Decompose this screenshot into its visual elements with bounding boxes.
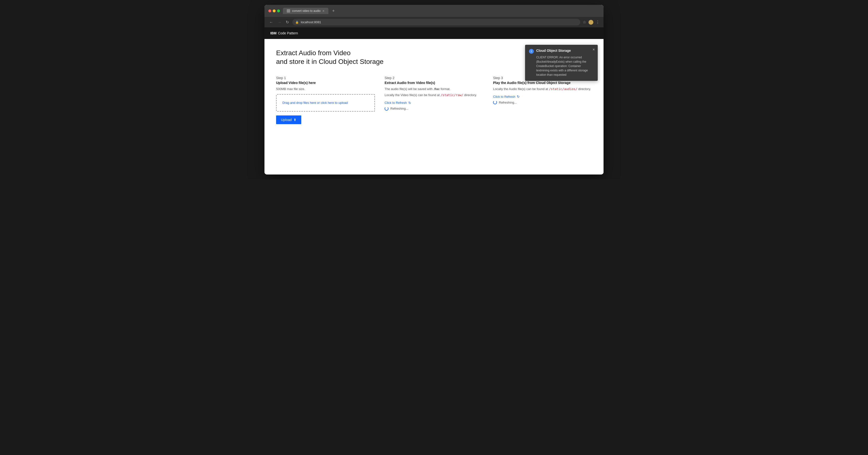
forward-button[interactable]: → bbox=[277, 19, 282, 25]
ibm-logo: IBM bbox=[270, 31, 277, 35]
traffic-lights bbox=[268, 9, 280, 12]
step-2-format-description: The audio file(s) will be saved with .fl… bbox=[384, 87, 484, 92]
step-3: Step 3 Play the Audio file(s) from Cloud… bbox=[493, 76, 592, 124]
step-1-label: Step 1 bbox=[276, 76, 375, 80]
tab-close-button[interactable]: × bbox=[322, 9, 324, 12]
lock-icon: 🔒 bbox=[295, 21, 299, 24]
traffic-light-yellow[interactable] bbox=[273, 9, 276, 12]
url-text: localhost:8081 bbox=[301, 20, 321, 24]
back-button[interactable]: ← bbox=[268, 19, 274, 25]
browser-toolbar: ← → ↻ 🔒 localhost:8081 ☆ ⋮ bbox=[265, 17, 603, 27]
step-3-refresh-label: Click to Refresh bbox=[493, 95, 516, 98]
step-3-title: Play the Audio file(s) from Cloud Object… bbox=[493, 81, 592, 85]
step-2-refresh-icon: ↻ bbox=[408, 101, 411, 105]
step-1: Step 1 Upload Video file(s) here 500MB m… bbox=[276, 76, 375, 124]
upload-button[interactable]: Upload ⬆ bbox=[276, 116, 301, 124]
reload-button[interactable]: ↻ bbox=[285, 19, 290, 25]
browser-window: convert video to audio × + ← → ↻ 🔒 local… bbox=[265, 5, 603, 174]
notification-body: CLIENT ERROR: An error occurred (BucketA… bbox=[529, 55, 588, 77]
app-navbar: IBM Code Pattern bbox=[265, 27, 603, 39]
step-2-label: Step 2 bbox=[384, 76, 484, 80]
upload-button-label: Upload bbox=[281, 118, 291, 122]
step-2-title: Extract Audio from Video file(s) bbox=[384, 81, 484, 85]
new-tab-button[interactable]: + bbox=[332, 8, 335, 13]
step-2-local-description: Locally the Video file(s) can be found a… bbox=[384, 93, 484, 98]
step-3-refresh-button[interactable]: Click to Refresh ↻ bbox=[493, 95, 520, 98]
step-1-title: Upload Video file(s) here bbox=[276, 81, 375, 85]
user-avatar[interactable] bbox=[589, 20, 593, 25]
step-2-refresh-label: Click to Refresh bbox=[384, 101, 407, 104]
dropzone-text: Drag and drop files here or click here t… bbox=[282, 101, 348, 104]
traffic-light-red[interactable] bbox=[268, 9, 271, 12]
step-3-local-description: Locally the Audio file(s) can be found a… bbox=[493, 87, 592, 92]
browser-titlebar: convert video to audio × + bbox=[265, 5, 603, 17]
navbar-brand: IBM Code Pattern bbox=[270, 31, 298, 35]
toolbar-actions: ☆ ⋮ bbox=[583, 20, 600, 25]
step-3-refresh-icon: ↻ bbox=[517, 95, 520, 98]
step-3-spinner bbox=[493, 100, 497, 104]
step-2-spinner bbox=[384, 107, 389, 110]
notification-toast: i Cloud Object Storage CLIENT ERROR: An … bbox=[525, 45, 598, 81]
traffic-light-green[interactable] bbox=[277, 9, 280, 12]
notification-info-icon: i bbox=[529, 49, 534, 54]
notification-close-button[interactable]: × bbox=[593, 48, 595, 52]
step-2-refreshing-status: Refreshing... bbox=[384, 107, 484, 110]
step-3-refreshing-label: Refreshing... bbox=[499, 101, 517, 104]
step-3-refreshing-status: Refreshing... bbox=[493, 100, 592, 104]
browser-tab[interactable]: convert video to audio × bbox=[283, 8, 329, 14]
notification-header: i Cloud Object Storage bbox=[529, 48, 588, 54]
step-2-refresh-button[interactable]: Click to Refresh ↻ bbox=[384, 101, 411, 105]
steps-container: Step 1 Upload Video file(s) here 500MB m… bbox=[276, 76, 592, 124]
bookmark-button[interactable]: ☆ bbox=[583, 20, 586, 25]
step-1-description: 500MB max file size. bbox=[276, 87, 375, 92]
page-content: i Cloud Object Storage CLIENT ERROR: An … bbox=[265, 39, 603, 174]
address-bar[interactable]: 🔒 localhost:8081 bbox=[292, 19, 580, 25]
menu-button[interactable]: ⋮ bbox=[596, 20, 600, 25]
file-dropzone[interactable]: Drag and drop files here or click here t… bbox=[276, 94, 375, 111]
upload-icon: ⬆ bbox=[293, 118, 297, 122]
navbar-brand-name: Code Pattern bbox=[278, 31, 298, 35]
step-2: Step 2 Extract Audio from Video file(s) … bbox=[384, 76, 484, 124]
tab-title: convert video to audio bbox=[292, 9, 320, 12]
tab-favicon bbox=[287, 9, 290, 12]
notification-title: Cloud Object Storage bbox=[536, 48, 571, 53]
step-2-refreshing-label: Refreshing... bbox=[391, 107, 408, 110]
